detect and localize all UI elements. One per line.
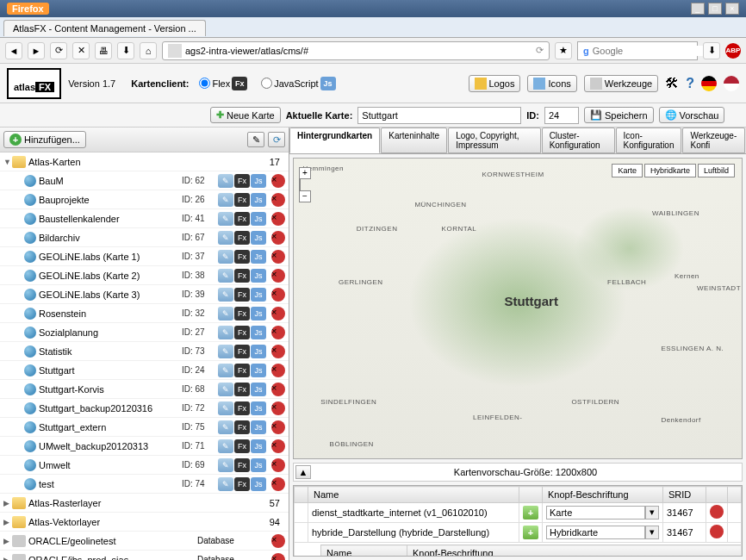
tree-item[interactable]: GEOLiNE.labs (Karte 3)ID: 39✎FxJs× <box>0 285 289 304</box>
url-bar[interactable]: ags2-intra-viewer/atlas/cms/# ⟳ <box>162 41 550 60</box>
js-icon[interactable]: Js <box>251 307 266 320</box>
firefox-button[interactable]: Firefox <box>7 3 49 15</box>
forward-button[interactable]: ► <box>28 42 45 59</box>
edit-icon[interactable]: ✎ <box>218 174 233 188</box>
home-button[interactable]: ⌂ <box>140 42 157 59</box>
edit-icon[interactable]: ✎ <box>218 458 233 472</box>
reload-icon[interactable]: ⟳ <box>536 45 544 56</box>
tree-item[interactable]: GEOLiNE.labs (Karte 2)ID: 38✎FxJs× <box>0 266 289 285</box>
delete-icon[interactable]: × <box>271 250 285 264</box>
vorschau-button[interactable]: 🌐Vorschau <box>659 107 725 123</box>
download-button[interactable]: ⬇ <box>117 42 134 59</box>
js-icon[interactable]: Js <box>251 212 266 226</box>
add-icon[interactable]: + <box>523 506 538 520</box>
tree-item[interactable]: StatistikID: 73✎FxJs× <box>0 342 289 361</box>
edit-icon[interactable]: ✎ <box>218 231 233 245</box>
fx-icon[interactable]: Fx <box>234 174 250 188</box>
js-radio[interactable]: JavaScript Js <box>261 77 335 90</box>
edit-icon[interactable]: ✎ <box>218 193 233 207</box>
tree-db2[interactable]: ▶ ORACLE/ibs_prod_sias Database × <box>0 551 289 560</box>
tree-item[interactable]: UMwelt_backup20120313ID: 71✎FxJs× <box>0 437 289 456</box>
tab-hintergrundkarten[interactable]: Hintergrundkarten <box>289 128 380 153</box>
tree-item[interactable]: GEOLiNE.labs (Karte 1)ID: 37✎FxJs× <box>0 247 289 266</box>
delete-icon[interactable]: × <box>271 439 285 453</box>
js-icon[interactable]: Js <box>251 231 266 245</box>
grid-row[interactable]: hybride_Darstellung (hybride_Darstellung… <box>295 523 742 543</box>
fx-icon[interactable]: Fx <box>234 420 250 434</box>
collapse-up-icon[interactable]: ▲ <box>295 465 311 479</box>
flag-us-icon[interactable] <box>724 76 739 91</box>
js-icon[interactable]: Js <box>251 401 266 415</box>
hinzufuegen-button[interactable]: +Hinzufügen... <box>3 131 86 148</box>
dropdown-icon[interactable]: ▾ <box>645 526 659 539</box>
delete-icon[interactable]: × <box>271 269 285 283</box>
delete-icon[interactable]: × <box>271 553 285 561</box>
js-icon[interactable]: Js <box>251 193 266 207</box>
fx-icon[interactable]: Fx <box>234 383 250 396</box>
stop-button[interactable]: ✕ <box>72 42 90 59</box>
tree-item[interactable]: UmweltID: 69✎FxJs× <box>0 456 289 475</box>
tab-cluster[interactable]: Cluster-Konfiguration <box>542 128 615 153</box>
fx-icon[interactable]: Fx <box>234 250 250 264</box>
downloads-icon[interactable]: ⬇ <box>703 42 720 59</box>
delete-icon[interactable]: × <box>271 420 285 434</box>
fx-icon[interactable]: Fx <box>234 401 250 415</box>
map-preview[interactable]: Stuttgart KORNWESTHEIM Hemmingen MÜNCHIN… <box>293 158 743 459</box>
delete-icon[interactable] <box>710 505 724 519</box>
fx-icon[interactable]: Fx <box>234 439 250 453</box>
knopf-input[interactable] <box>546 526 645 539</box>
tree-db1[interactable]: ▶ ORACLE/geolinetest Database × <box>0 532 289 551</box>
id-input[interactable] <box>544 107 579 124</box>
fx-icon[interactable]: Fx <box>234 231 250 245</box>
fx-icon[interactable]: Fx <box>234 326 250 339</box>
fx-icon[interactable]: Fx <box>234 477 250 491</box>
tree-vektor[interactable]: ▶ Atlas-Vektorlayer 94 <box>0 513 289 532</box>
icons-button[interactable]: Icons <box>527 75 576 92</box>
delete-icon[interactable]: × <box>271 534 285 548</box>
fx-icon[interactable]: Fx <box>234 307 250 320</box>
tree-root-atlas-karten[interactable]: ▼ Atlas-Karten 17 <box>0 152 289 171</box>
js-icon[interactable]: Js <box>251 250 266 264</box>
edit-icon[interactable]: ✎ <box>247 132 264 147</box>
zoom-slider[interactable] <box>299 179 301 191</box>
reload-button[interactable]: ⟳ <box>50 42 67 59</box>
delete-icon[interactable]: × <box>271 383 285 396</box>
tab-karteninhalte[interactable]: Karteninhalte <box>381 128 447 153</box>
delete-icon[interactable]: × <box>271 326 285 339</box>
zoom-in-button[interactable]: + <box>299 167 311 179</box>
js-icon[interactable]: Js <box>251 269 266 283</box>
edit-icon[interactable]: ✎ <box>218 477 233 491</box>
logos-button[interactable]: Logos <box>469 75 521 92</box>
delete-icon[interactable]: × <box>271 174 285 188</box>
search-input[interactable] <box>593 46 712 56</box>
edit-icon[interactable]: ✎ <box>218 250 233 264</box>
delete-icon[interactable]: × <box>271 458 285 472</box>
delete-icon[interactable]: × <box>271 307 285 320</box>
edit-icon[interactable]: ✎ <box>218 401 233 415</box>
fx-icon[interactable]: Fx <box>234 269 250 283</box>
js-icon[interactable]: Js <box>251 477 266 491</box>
zoom-out-button[interactable]: − <box>299 190 311 202</box>
tree-item[interactable]: Stuttgart_externID: 75✎FxJs× <box>0 418 289 437</box>
delete-icon[interactable]: × <box>271 364 285 377</box>
browser-tab[interactable]: AtlasFX - Content Management - Version .… <box>3 20 206 36</box>
edit-icon[interactable]: ✎ <box>218 307 233 320</box>
search-box[interactable]: g <box>577 41 698 60</box>
js-icon[interactable]: Js <box>251 420 266 434</box>
minimize-button[interactable]: _ <box>691 3 705 15</box>
js-icon[interactable]: Js <box>251 288 266 302</box>
edit-icon[interactable]: ✎ <box>218 288 233 302</box>
tree-raster[interactable]: ▶ Atlas-Rasterlayer 57 <box>0 494 289 513</box>
neue-karte-button[interactable]: ✚Neue Karte <box>210 107 281 123</box>
maptype-karte[interactable]: Karte <box>612 164 643 177</box>
js-icon[interactable]: Js <box>251 439 266 453</box>
delete-icon[interactable]: × <box>271 477 285 491</box>
tab-icon[interactable]: Icon-Konfiguration <box>616 128 682 153</box>
aktuelle-karte-input[interactable] <box>357 107 521 124</box>
tools-icon[interactable]: 🛠 <box>665 76 679 91</box>
bookmark-button[interactable]: ★ <box>555 42 572 59</box>
tree-item[interactable]: BildarchivID: 67✎FxJs× <box>0 228 289 247</box>
edit-icon[interactable]: ✎ <box>218 326 233 339</box>
maptype-hybrid[interactable]: Hybridkarte <box>644 164 696 177</box>
fx-icon[interactable]: Fx <box>234 458 250 472</box>
